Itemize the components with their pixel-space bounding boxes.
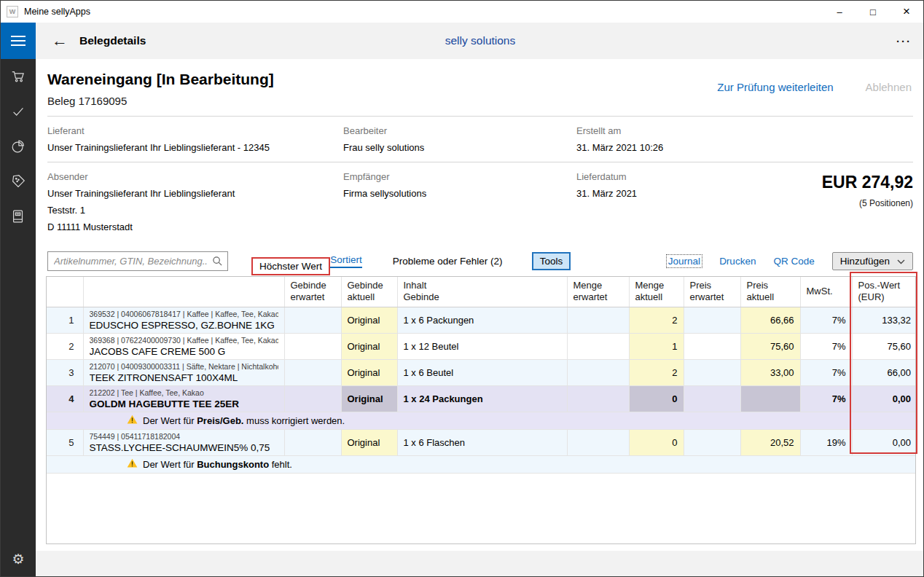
col-header-num [47, 277, 83, 307]
close-icon[interactable]: × [890, 1, 923, 23]
article-meta: 754449 | 05411718182004 [90, 432, 278, 441]
menge-erwartet-cell [567, 359, 629, 385]
search-input[interactable] [48, 252, 227, 270]
sort-value-label[interactable]: Höchster Wert [251, 257, 330, 275]
warning-row: Der Wert für Preis/Geb. muss korrigiert … [47, 412, 916, 429]
article-meta: 212070 | 04009300003311 | Säfte, Nektare… [90, 362, 278, 371]
absender-line1: Unser Trainingslieferant Ihr Lieblingsli… [47, 188, 343, 199]
col-header-mwst: MwSt. [800, 277, 852, 307]
gebinde-erwartet-cell [284, 333, 341, 359]
mwst-cell: 7% [800, 385, 852, 412]
menge-aktuell-cell[interactable]: 0 [629, 429, 684, 455]
article-name: JACOBS CAFE CREME 500 G [90, 346, 278, 357]
lieferant-label: Lieferant [47, 125, 343, 136]
settings-gear-icon[interactable]: ⚙ [1, 544, 36, 573]
maximize-icon[interactable]: □ [856, 1, 890, 23]
book-icon[interactable] [1, 199, 36, 234]
warning-text: Der Wert für Preis/Geb. muss korrigiert … [143, 415, 345, 426]
drucken-link[interactable]: Drucken [719, 256, 756, 267]
qr-code-link[interactable]: QR Code [773, 256, 814, 267]
empfaenger-value: Firma sellysolutions [343, 188, 576, 199]
row-number: 1 [47, 307, 83, 333]
preis-aktuell-cell[interactable]: 33,00 [740, 359, 800, 385]
erstellt-am-value: 31. März 2021 10:26 [576, 142, 913, 153]
app-window: W Meine sellyApps – □ × ← Belegdetails s… [0, 0, 924, 577]
pos-wert-cell: 75,60 [852, 333, 916, 359]
pie-chart-icon[interactable] [1, 129, 36, 164]
more-options-icon[interactable]: ··· [896, 35, 912, 47]
inhalt-gebinde-cell: 1 x 6 Flaschen [397, 429, 567, 455]
article-cell: 754449 | 05411718182004 STASS.LYCHEE-SCH… [83, 429, 284, 455]
lieferdatum-value: 31. März 2021 [576, 188, 637, 199]
menge-aktuell-cell[interactable]: 2 [629, 307, 684, 333]
pos-wert-cell: 0,00 [852, 385, 916, 412]
col-header-menge-aktuell: Menge aktuell [629, 277, 684, 307]
menge-aktuell-cell[interactable]: 1 [629, 333, 684, 359]
price-tag-icon[interactable] [1, 164, 36, 199]
gebinde-erwartet-cell [284, 307, 341, 333]
forward-for-review-button[interactable]: Zur Prüfung weiterleiten [717, 81, 833, 93]
gebinde-aktuell-cell[interactable]: Original [341, 429, 397, 455]
tools-button[interactable]: Tools [532, 252, 571, 270]
absender-line3: D 11111 Musterstadt [47, 221, 343, 232]
article-meta: 369532 | 04006067818417 | Kaffee | Kaffe… [90, 310, 278, 318]
hinzufuegen-label: Hinzufügen [840, 256, 890, 267]
gebinde-aktuell-cell[interactable]: Original [341, 307, 397, 333]
hamburger-menu-icon[interactable] [1, 23, 36, 59]
gebinde-erwartet-cell [284, 385, 341, 412]
gebinde-erwartet-cell [284, 429, 341, 455]
col-header-inhalt-gebinde: Inhalt Gebinde [397, 277, 567, 307]
table-row-selected[interactable]: 4 212202 | Tee | Kaffee, Tee, Kakao GOLD… [47, 385, 916, 412]
menge-erwartet-cell [567, 307, 629, 333]
lieferdatum-label: Lieferdatum [576, 171, 637, 182]
sortiert-toggle[interactable]: Sortiert [330, 254, 362, 268]
warning-triangle-icon [127, 415, 138, 426]
preis-aktuell-cell[interactable]: 20,52 [740, 429, 800, 455]
window-titlebar: W Meine sellyApps – □ × [1, 1, 923, 23]
article-cell: 212202 | Tee | Kaffee, Tee, Kakao GOLDM … [83, 385, 284, 412]
preis-aktuell-cell[interactable] [740, 385, 800, 412]
article-cell: 212070 | 04009300003311 | Säfte, Nektare… [83, 359, 284, 385]
menge-erwartet-cell [567, 333, 629, 359]
gebinde-aktuell-cell[interactable]: Original [341, 385, 397, 412]
preis-aktuell-cell[interactable]: 66,66 [740, 307, 800, 333]
minimize-icon[interactable]: – [823, 1, 856, 23]
gebinde-aktuell-cell[interactable]: Original [341, 359, 397, 385]
table-header-row: Gebinde erwartet Gebinde aktuell Inhalt … [47, 277, 916, 307]
sidebar: ⚙ [1, 59, 36, 577]
search-box [47, 251, 228, 271]
cart-icon[interactable] [1, 59, 36, 94]
menge-aktuell-cell[interactable]: 0 [629, 385, 684, 412]
col-header-preis-aktuell: Preis aktuell [740, 277, 800, 307]
hinzufuegen-dropdown-button[interactable]: Hinzufügen [832, 252, 913, 270]
empfaenger-label: Empfänger [343, 171, 576, 182]
footer-strip [36, 551, 924, 577]
col-header-menge-erwartet: Menge erwartet [567, 277, 629, 307]
absender-line2: Teststr. 1 [47, 205, 343, 216]
preis-erwartet-cell [684, 307, 740, 333]
inhalt-gebinde-cell: 1 x 12 Beutel [397, 333, 567, 359]
reject-button[interactable]: Ablehnen [866, 81, 912, 93]
mwst-cell: 7% [800, 333, 852, 359]
article-meta: 212202 | Tee | Kaffee, Tee, Kakao [90, 388, 278, 397]
back-arrow-icon[interactable]: ← [52, 33, 68, 49]
preis-aktuell-cell[interactable]: 75,60 [740, 333, 800, 359]
row-number: 5 [47, 429, 83, 455]
probleme-fehler-filter[interactable]: Probleme oder Fehler (2) [393, 256, 503, 267]
checkmark-icon[interactable] [1, 94, 36, 129]
toolbar: Gruppiert Sortiert Probleme oder Fehler … [47, 251, 913, 271]
journal-link[interactable]: Journal [667, 255, 702, 267]
table-row[interactable]: 3 212070 | 04009300003311 | Säfte, Nekta… [47, 359, 916, 385]
table-row[interactable]: 5 754449 | 05411718182004 STASS.LYCHEE-S… [47, 429, 916, 455]
table-row[interactable]: 2 369368 | 07622400009730 | Kaffee | Kaf… [47, 333, 916, 359]
warning-row: Der Wert für Buchungskonto fehlt. [47, 455, 916, 473]
article-cell: 369368 | 07622400009730 | Kaffee | Kaffe… [83, 333, 284, 359]
sellyapps-logo-icon: W [7, 6, 18, 17]
article-meta: 369368 | 07622400009730 | Kaffee | Kaffe… [90, 336, 278, 345]
menge-aktuell-cell[interactable]: 2 [629, 359, 684, 385]
gebinde-aktuell-cell[interactable]: Original [341, 333, 397, 359]
bearbeiter-label: Bearbeiter [343, 125, 576, 136]
row-number: 4 [47, 385, 83, 412]
col-header-gebinde-erwartet: Gebinde erwartet [284, 277, 341, 307]
table-row[interactable]: 1 369532 | 04006067818417 | Kaffee | Kaf… [47, 307, 916, 333]
